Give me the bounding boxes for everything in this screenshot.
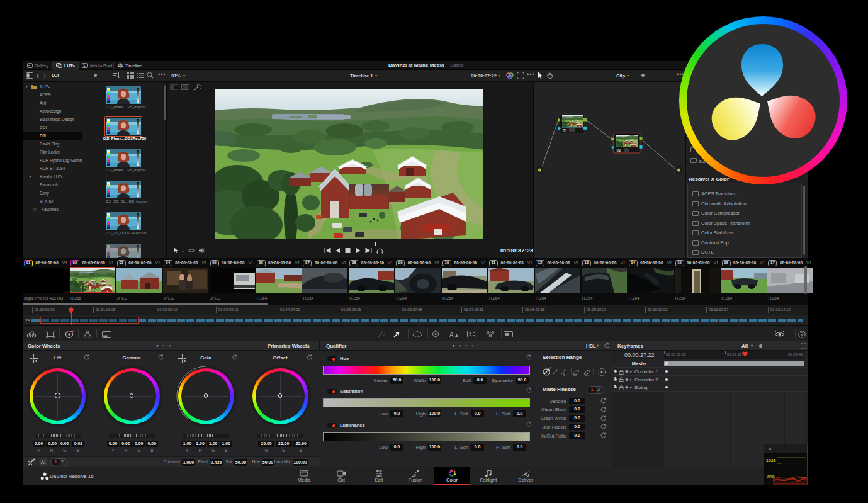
svg-text:A: A xyxy=(41,460,45,465)
